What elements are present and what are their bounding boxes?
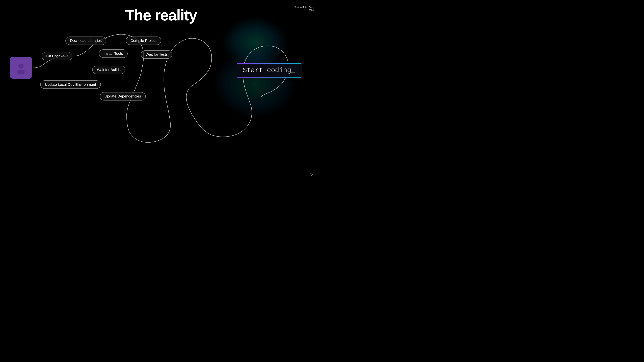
pill-git-checkout: Git Checkout [42, 52, 72, 60]
branding: Daytona Pitch Deck — 2023 [294, 6, 314, 12]
start-coding-wrapper: Start coding_ [236, 63, 302, 78]
avatar [10, 57, 32, 79]
pill-wait-for-builds: Wait for Builds [92, 66, 125, 74]
start-coding-box: Start coding_ [236, 64, 302, 77]
pill-install-tools: Install Tools [99, 49, 128, 58]
user-icon [15, 62, 27, 74]
pill-update-local-dev: Update Local Dev Environment [40, 80, 101, 89]
flow-diagram [0, 0, 322, 181]
svg-point-0 [18, 64, 24, 69]
branding-line1: Daytona Pitch Deck [294, 6, 314, 9]
pill-update-dependencies: Update Dependencies [100, 92, 146, 101]
glow-top-right [221, 17, 288, 67]
pill-compile-project: Compile Project [126, 36, 161, 45]
pill-wait-for-tests: Wait for Tests [141, 50, 172, 59]
pill-download-libraries: Download Libraries [66, 36, 106, 45]
branding-line2: — 2023 [294, 9, 314, 12]
svg-point-1 [17, 70, 25, 74]
page-number: /04 [310, 173, 314, 176]
page-title: The reality [0, 7, 322, 24]
glow-center-right [213, 50, 297, 117]
